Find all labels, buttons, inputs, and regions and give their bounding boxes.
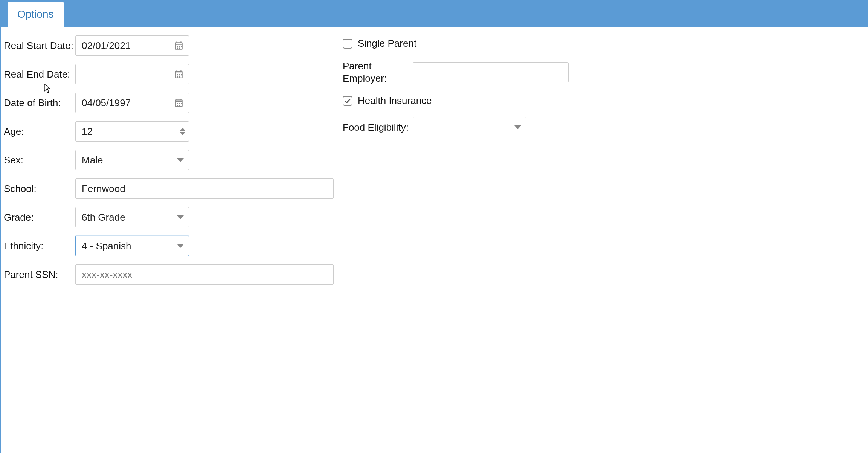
row-parent-employer: Parent Employer: — [343, 60, 569, 84]
label-school: School: — [4, 183, 75, 195]
page-root: Options Real Start Date: Real End Date: — [0, 0, 868, 453]
label-real-end-date: Real End Date: — [4, 69, 75, 80]
number-spinner-icon[interactable] — [180, 128, 185, 135]
row-real-end-date: Real End Date: — [4, 64, 343, 84]
row-sex: Sex: — [4, 150, 343, 170]
row-school: School: — [4, 178, 343, 199]
left-column: Real Start Date: Real End Date: — [4, 35, 343, 293]
row-dob: Date of Birth: — [4, 93, 343, 113]
label-age: Age: — [4, 126, 75, 137]
calendar-icon[interactable] — [174, 41, 184, 50]
row-ethnicity: Ethnicity: 4 - Spanish — [4, 236, 343, 256]
text-cursor — [132, 241, 132, 251]
dob-input[interactable] — [75, 93, 189, 113]
chevron-down-icon[interactable] — [177, 158, 184, 162]
parent-employer-input[interactable] — [413, 62, 569, 82]
label-grade: Grade: — [4, 212, 75, 223]
label-ethnicity: Ethnicity: — [4, 240, 75, 252]
real-end-date-input[interactable] — [75, 64, 189, 84]
label-food-eligibility: Food Eligibility: — [343, 121, 413, 134]
label-parent-employer: Parent Employer: — [343, 60, 413, 84]
label-parent-ssn: Parent SSN: — [4, 269, 75, 281]
chevron-down-icon[interactable] — [514, 125, 521, 129]
chevron-down-icon[interactable] — [177, 244, 184, 248]
row-real-start-date: Real Start Date: — [4, 35, 343, 56]
real-start-date-input[interactable] — [75, 35, 189, 56]
row-health-insurance: Health Insurance — [343, 95, 569, 107]
row-age: Age: — [4, 121, 343, 142]
row-single-parent: Single Parent — [343, 38, 569, 49]
row-food-eligibility: Food Eligibility: — [343, 117, 569, 137]
label-single-parent: Single Parent — [358, 38, 416, 49]
right-column: Single Parent Parent Employer: Health In… — [343, 35, 569, 293]
chevron-down-icon[interactable] — [177, 215, 184, 219]
sex-select[interactable] — [75, 150, 189, 170]
form-content: Real Start Date: Real End Date: — [1, 27, 868, 293]
label-dob: Date of Birth: — [4, 97, 75, 109]
row-grade: Grade: — [4, 207, 343, 227]
tab-bar: Options — [1, 0, 868, 27]
label-sex: Sex: — [4, 154, 75, 166]
age-input[interactable] — [75, 121, 189, 142]
single-parent-checkbox[interactable] — [343, 39, 352, 49]
food-eligibility-select[interactable] — [413, 117, 526, 137]
ethnicity-select[interactable]: 4 - Spanish — [75, 236, 189, 256]
label-health-insurance: Health Insurance — [358, 95, 432, 107]
grade-select[interactable] — [75, 207, 189, 227]
parent-ssn-input[interactable] — [75, 264, 334, 285]
label-real-start-date: Real Start Date: — [4, 40, 75, 52]
tab-options[interactable]: Options — [8, 2, 64, 27]
school-input[interactable] — [75, 178, 334, 199]
row-parent-ssn: Parent SSN: — [4, 264, 343, 285]
calendar-icon[interactable] — [174, 98, 184, 108]
ethnicity-value: 4 - Spanish — [82, 240, 131, 252]
health-insurance-checkbox[interactable] — [343, 96, 352, 106]
calendar-icon[interactable] — [174, 69, 184, 79]
